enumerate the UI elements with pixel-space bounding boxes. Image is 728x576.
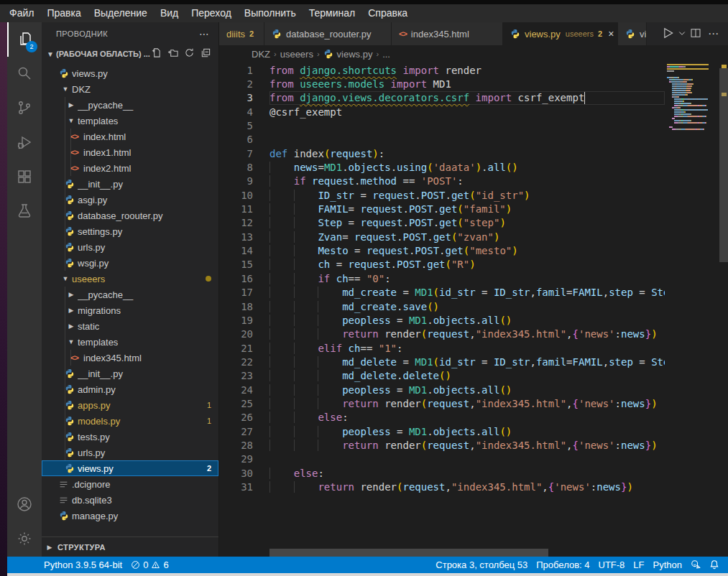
tree-item-label: useeers [72,274,206,284]
menu-item-Справка[interactable]: Справка [361,4,414,22]
feedback-button[interactable] [686,559,705,570]
line-number: 13 [219,231,253,243]
cursor-position-status[interactable]: Строка 3, столбец 53 [431,559,532,570]
chevron-right-icon: ▶ [65,307,78,314]
tree-item-urls-py[interactable]: urls.py [42,239,218,255]
activity-bar-testing[interactable] [7,195,42,229]
tree-item-wsgi-py[interactable]: wsgi.py [42,255,218,271]
tree-item-tests-py[interactable]: tests.py [42,429,218,445]
split-editor-button[interactable] [689,27,702,42]
problems-status[interactable]: 0 6 [126,559,172,570]
python-file-icon [510,29,520,39]
breadcrumb-item-useeers[interactable]: useeers [280,49,313,60]
menu-item-Выполнить[interactable]: Выполнить [238,4,303,22]
code-line-26: 26 else: [219,411,665,424]
tree-item--pycache-[interactable]: ▶__pycache__ [42,97,218,113]
indentation-status[interactable]: Пробелов: 4 [532,559,594,570]
tab-database-roouter-py[interactable]: database_roouter.py [264,22,392,45]
tree-item-settings-py[interactable]: settings.py [42,223,218,239]
menu-item-Терминал[interactable]: Терминал [303,4,361,22]
outline-label: СТРУКТУРА [57,543,106,552]
menu-item-Выделение[interactable]: Выделение [88,4,154,22]
feedback-smiley-icon [691,559,701,570]
activity-bar-account[interactable] [7,488,42,522]
minimap[interactable] [667,63,719,130]
tab-index345-html[interactable]: <>index345.html [392,22,503,45]
tree-item-urls-py[interactable]: urls.py [42,445,218,460]
breadcrumb-item--[interactable]: ... [382,49,390,60]
menu-item-Вид[interactable]: Вид [154,4,185,22]
tree-item-apps-py[interactable]: apps.py1 [42,397,218,413]
tree-item-dkz[interactable]: ▼DKZ [42,81,218,97]
line-number: 1 [219,65,253,76]
tab-views-py[interactable]: views.pyuseeers2× [503,22,618,45]
run-python-file-button[interactable] [660,26,675,42]
tree-item-db-sqlite3[interactable]: db.sqlite3 [42,492,218,508]
more-actions-icon[interactable]: ⋯ [199,28,210,40]
tree-item--pycache-[interactable]: ▶__pycache__ [42,287,218,302]
more-actions-button[interactable]: ⋯ [705,27,722,40]
eol-status[interactable]: LF [629,559,648,570]
activity-bar-extensions[interactable] [7,160,42,195]
tree-item-database-roouter-py[interactable]: database_roouter.py [42,208,218,223]
tree-item-models-py[interactable]: models.py1 [42,413,218,429]
line-number: 28 [219,440,253,451]
run-dropdown-button[interactable] [678,29,686,40]
activity-bar-search[interactable] [7,57,42,91]
activity-bar-explorer[interactable]: 2 [7,22,42,57]
outline-section-header[interactable]: ▶ СТРУКТУРА [42,536,218,557]
tree-item-templates[interactable]: ▼templates [42,113,218,129]
collapse-folders-button[interactable] [201,47,211,60]
language-mode-status[interactable]: Python [649,559,686,570]
tree-item-index1-html[interactable]: <>index1.html [42,144,218,160]
html-file-icon: <> [399,29,407,38]
tree-item--init-py[interactable]: __init__.py [42,366,218,381]
tree-item-asgi-py[interactable]: asgi.py [42,192,218,208]
activity-bar-source-control[interactable] [7,91,42,126]
tree-item-label: index2.html [83,163,218,174]
new-folder-button[interactable] [167,47,178,60]
workspace-section-header[interactable]: ▼ (РАБОЧАЯ ОБЛАСТЬ) ... [42,45,218,62]
menu-item-Переход[interactable]: Переход [185,4,238,22]
tree-item-index2-html[interactable]: <>index2.html [42,160,218,176]
tree-item-manage-py[interactable]: manage.py [42,508,218,524]
tree-item-index345-html[interactable]: <>index345.html [42,350,218,366]
vertical-scrollbar[interactable] [719,68,728,262]
tree-item--init-py[interactable]: __init__.py [42,176,218,192]
encoding-status[interactable]: UTF-8 [594,559,630,570]
notifications-button[interactable] [705,559,724,570]
code-line-10: 10 ID_str = request.POST.get("id_str") [219,188,665,202]
tree-item-templates[interactable]: ▼templates [42,334,218,350]
code-line-content: if ch== "0": [269,271,665,285]
tree-item-index-html[interactable]: <>index.html [42,129,218,144]
code-editor[interactable]: 1from django.shortcuts import render2fro… [219,63,665,549]
horizontal-scrollbar[interactable] [269,549,548,557]
activity-bar-run-and-debug[interactable] [7,126,42,160]
menu-item-Правка[interactable]: Правка [40,4,87,22]
tree-item-static[interactable]: ▶static [42,318,218,334]
python-interpreter-status[interactable]: Python 3.9.5 64-bit [40,559,126,570]
tree-item-migrations[interactable]: ▶migrations [42,302,218,318]
new-file-button[interactable] [151,47,162,60]
code-line-23: 23 md_delete.delete() [219,369,665,383]
python-file-icon [65,242,78,252]
tree-item-admin-py[interactable]: admin.py [42,381,218,397]
breadcrumb-item-views-py[interactable]: views.py [323,49,373,60]
tree-item-views-py[interactable]: views.py [42,65,218,81]
menu-item-Файл[interactable]: Файл [3,4,40,22]
tree-item-views-py[interactable]: views.py2 [42,460,218,476]
tab-diiits[interactable]: diiits2 [219,22,264,45]
error-circle-icon [131,560,140,570]
problems-badge: 1 [207,417,211,425]
tree-item--dcignore[interactable]: .dcignore [42,476,218,492]
status-bar: Python 3.9.5 64-bit 0 6 Строка 3, столбе… [7,557,728,573]
refresh-explorer-button[interactable] [184,47,195,60]
close-icon[interactable]: × [608,28,614,40]
tab-vie[interactable]: vie [618,22,647,45]
code-line-content: md_create.save() [269,299,665,313]
breadcrumb-item-dkz[interactable]: DKZ [252,49,270,60]
activity-bar-settings[interactable] [7,522,42,557]
code-line-7: 7def index(request): [219,147,665,160]
tree-item-useeers[interactable]: ▼useeers [42,271,218,287]
code-line-19: 19 peopless = MD1.objects.all() [219,313,665,327]
